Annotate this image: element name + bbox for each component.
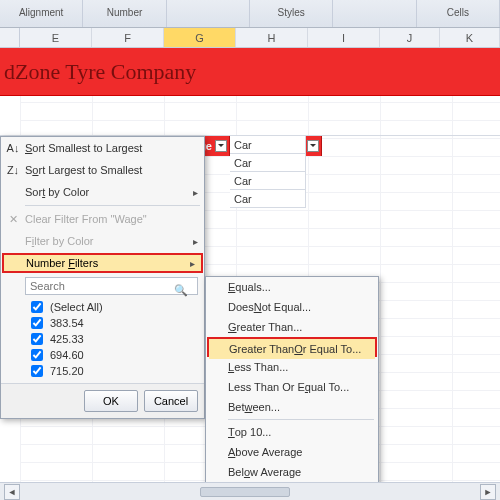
check-select-all[interactable]: (Select All) [27,299,198,315]
scroll-left-icon[interactable]: ◄ [4,484,20,500]
transport-column: Car Car Car Car [230,136,306,208]
cancel-button[interactable]: Cancel [144,390,198,412]
scroll-right-icon[interactable]: ► [480,484,496,500]
ok-button[interactable]: OK [84,390,138,412]
ribbon-group [333,0,416,27]
check-item[interactable]: 425.33 [27,331,198,347]
col-header-g[interactable]: G [164,28,236,47]
sort-asc[interactable]: A↓ Sort Smallest to Largest [1,137,204,159]
filter-above-avg[interactable]: Above Average [206,442,378,462]
number-filters[interactable]: Number Filters [4,255,201,271]
scroll-thumb[interactable] [200,487,290,497]
column-headers: E F G H I J K [0,28,500,48]
ribbon-group: Alignment [0,0,83,27]
table-cell[interactable]: Car [230,190,306,208]
filter-checklist[interactable]: (Select All) 383.54 425.33 694.60 715.20 [27,299,198,379]
col-header-e[interactable]: E [20,28,92,47]
filter-top10[interactable]: Top 10... [206,422,378,442]
table-cell[interactable]: Car [230,136,306,154]
col-header-h[interactable]: H [236,28,308,47]
ribbon-group: Cells [417,0,500,27]
table-cell[interactable]: Car [230,172,306,190]
autofilter-menu[interactable]: A↓ Sort Smallest to Largest Z↓ Sort Larg… [0,136,205,419]
number-filters-submenu[interactable]: Equals... Does Not Equal... Greater Than… [205,276,379,500]
filter-equals[interactable]: Equals... [206,277,378,297]
clear-filter: ✕ Clear Filter From "Wage" [1,208,204,230]
ribbon-group [167,0,250,27]
filter-drop-icon[interactable] [215,140,227,152]
sort-desc[interactable]: Z↓ Sort Largest to Smallest [1,159,204,181]
filter-greater[interactable]: Greater Than... [206,317,378,337]
funnel-clear-icon: ✕ [5,211,21,227]
sort-by-color[interactable]: Sort by Color [1,181,204,203]
filter-drop-icon[interactable] [307,140,319,152]
filter-between[interactable]: Between... [206,397,378,417]
check-item[interactable]: 383.54 [27,315,198,331]
select-all-cell[interactable] [0,28,20,47]
filter-lte[interactable]: Less Than Or Equal To... [206,377,378,397]
company-title: dZone Tyre Company [4,59,196,85]
sort-desc-icon: Z↓ [5,162,21,178]
ribbon-group: Styles [250,0,333,27]
sort-asc-icon: A↓ [5,140,21,156]
filter-below-avg[interactable]: Below Average [206,462,378,482]
col-header-j[interactable]: J [380,28,440,47]
number-filters-highlight: Number Filters [2,253,203,273]
ribbon-groups: Alignment Number Styles Cells [0,0,500,28]
check-item[interactable]: 715.20 [27,363,198,379]
horizontal-scrollbar[interactable]: ◄ ► [0,482,500,500]
search-icon: 🔍 [174,284,188,297]
check-item[interactable]: 694.60 [27,347,198,363]
title-banner: dZone Tyre Company [0,48,500,96]
filter-not-equal[interactable]: Does Not Equal... [206,297,378,317]
filter-by-color: Filter by Color [1,230,204,252]
ribbon-group: Number [83,0,166,27]
search-box[interactable]: 🔍 [25,277,198,295]
search-input[interactable] [25,277,198,295]
col-header-k[interactable]: K [440,28,500,47]
col-header-f[interactable]: F [92,28,164,47]
filter-gte[interactable]: Greater Than Or Equal To... [209,339,375,359]
table-cell[interactable]: Car [230,154,306,172]
filter-less[interactable]: Less Than... [206,357,378,377]
col-header-i[interactable]: I [308,28,380,47]
filter-gte-highlight: Greater Than Or Equal To... [207,337,377,357]
